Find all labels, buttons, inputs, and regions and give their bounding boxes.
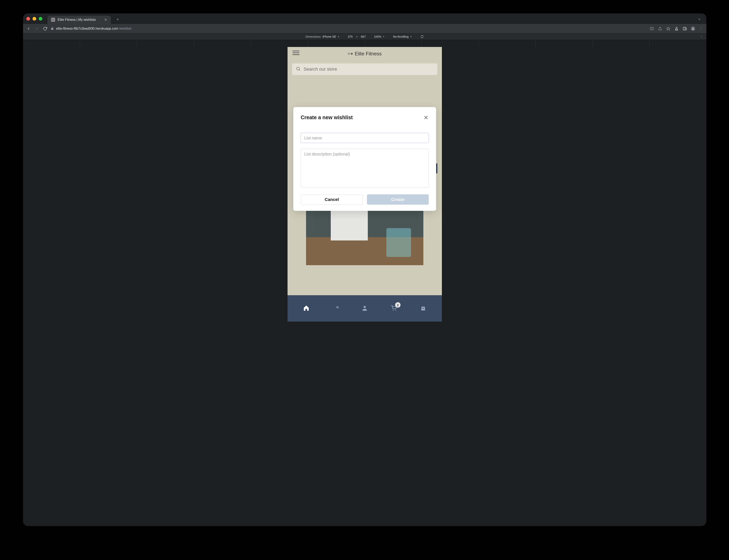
svg-line-8 [338, 308, 339, 308]
bag-icon [420, 305, 426, 312]
devtools-ruler[interactable] [23, 40, 706, 47]
rotate-device-button[interactable] [420, 35, 424, 39]
create-button[interactable]: Create [367, 194, 429, 205]
search-box[interactable] [292, 63, 437, 75]
tabs-dropdown-button[interactable] [697, 17, 701, 22]
nav-account-button[interactable] [361, 304, 369, 313]
device-height[interactable]: 667 [361, 35, 366, 38]
nav-forward-button[interactable] [34, 26, 40, 31]
svg-line-6 [299, 70, 300, 71]
throttling-selector[interactable]: No throttling ▼ [393, 35, 412, 38]
svg-point-10 [393, 310, 393, 311]
caret-down-icon: ▼ [382, 35, 385, 38]
svg-rect-3 [685, 28, 687, 30]
nav-reload-button[interactable] [42, 26, 48, 31]
device-selector[interactable]: Dimensions: iPhone SE ▼ [306, 35, 340, 38]
home-icon [303, 305, 310, 312]
url-domain: elite-fitness-f6b7c0ead930.herokuapp.com [56, 27, 118, 30]
svg-point-11 [395, 310, 396, 311]
nav-home-button[interactable] [302, 304, 311, 313]
nav-browse-button[interactable] [332, 304, 340, 313]
caret-down-icon: ▼ [410, 35, 412, 38]
nav-back-button[interactable] [26, 26, 31, 31]
chrome-menu-button[interactable]: ⋮ [699, 26, 703, 31]
menu-hamburger-button[interactable] [293, 51, 300, 55]
list-name-input[interactable] [301, 133, 429, 143]
toolbar-right: ⋮ [650, 26, 703, 31]
dimensions-label: Dimensions: [306, 35, 321, 38]
profile-avatar-icon[interactable] [691, 26, 695, 31]
devtools-viewport: Elite Fitness [23, 47, 706, 526]
window-maximize-button[interactable] [39, 17, 42, 21]
bookmark-star-icon[interactable] [666, 26, 671, 31]
device-size: 375 × 667 [348, 35, 366, 38]
url-path: /wishlist/ [119, 27, 131, 30]
search-icon [296, 66, 301, 72]
tab-strip: ∘∘ Elite Fitness | My wishlists ✕ ＋ [23, 13, 706, 24]
new-tab-button[interactable]: ＋ [114, 16, 121, 23]
tab-title: Elite Fitness | My wishlists [58, 18, 96, 22]
modal-header: Create a new wishlist ✕ [301, 114, 429, 121]
nav-cart-button[interactable]: 2 [390, 304, 398, 313]
cart-count-badge: 2 [395, 302, 400, 308]
device-name: iPhone SE [323, 35, 336, 38]
modal-title: Create a new wishlist [301, 114, 353, 120]
zoom-value: 100% [374, 35, 381, 38]
address-bar: elite-fitness-f6b7c0ead930.herokuapp.com… [23, 24, 706, 33]
browser-window: ∘∘ Elite Fitness | My wishlists ✕ ＋ elit… [23, 13, 706, 526]
browse-icon [332, 305, 339, 312]
nav-bag-button[interactable] [419, 304, 427, 313]
caret-down-icon: ▼ [337, 35, 340, 38]
brand-logo-icon [348, 53, 353, 55]
svg-point-12 [422, 308, 423, 309]
browser-tab[interactable]: ∘∘ Elite Fitness | My wishlists ✕ [47, 16, 111, 24]
install-app-icon[interactable] [650, 26, 654, 31]
tab-close-button[interactable]: ✕ [104, 17, 107, 22]
svg-marker-1 [667, 27, 670, 30]
app-screen: Elite Fitness [288, 47, 442, 322]
svg-point-5 [297, 67, 300, 70]
user-icon [362, 305, 368, 312]
window-close-button[interactable] [26, 17, 30, 21]
svg-point-9 [364, 306, 366, 308]
device-frame: Elite Fitness [288, 47, 442, 322]
cancel-button[interactable]: Cancel [301, 194, 363, 205]
modal-actions: Cancel Create [301, 194, 429, 205]
throttling-value: No throttling [393, 35, 408, 38]
zoom-selector[interactable]: 100% ▼ [374, 35, 385, 38]
device-width[interactable]: 375 [348, 35, 353, 38]
window-minimize-button[interactable] [33, 17, 36, 21]
devtools-device-icon[interactable] [682, 26, 687, 31]
app-header: Elite Fitness [288, 47, 442, 61]
search-wrap [288, 61, 442, 79]
search-input[interactable] [304, 67, 434, 72]
url-field[interactable]: elite-fitness-f6b7c0ead930.herokuapp.com… [51, 27, 647, 31]
extension-flask-icon[interactable] [674, 26, 679, 31]
brand-name: Elite Fitness [355, 51, 382, 57]
create-wishlist-modal: Create a new wishlist ✕ Cancel Create [293, 107, 436, 211]
tab-favicon: ∘∘ [51, 18, 55, 22]
devtools-device-toolbar: Dimensions: iPhone SE ▼ 375 × 667 100% ▼… [23, 33, 706, 40]
lock-icon [51, 27, 54, 31]
devtools-more-button[interactable]: ⋮ [700, 35, 703, 38]
bottom-nav: 2 [288, 295, 442, 322]
share-icon[interactable] [658, 26, 662, 31]
list-name-field [301, 133, 429, 143]
brand[interactable]: Elite Fitness [348, 51, 382, 57]
svg-point-4 [693, 28, 694, 29]
times-label: × [356, 35, 358, 38]
modal-close-button[interactable]: ✕ [423, 114, 429, 121]
list-description-field [301, 149, 429, 189]
list-description-input[interactable] [301, 149, 429, 188]
close-icon: ✕ [423, 114, 428, 121]
window-controls [26, 17, 42, 21]
